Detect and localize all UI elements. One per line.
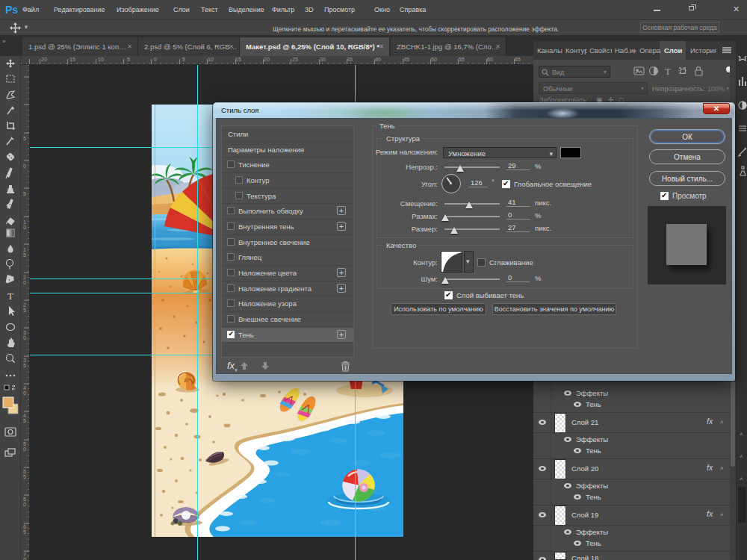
svg-text:T: T (7, 290, 13, 302)
svg-text:T: T (665, 66, 671, 77)
